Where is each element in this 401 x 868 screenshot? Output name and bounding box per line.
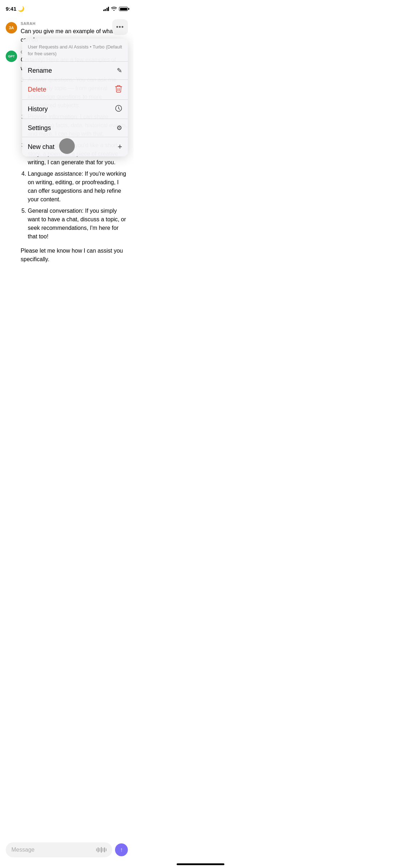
- history-icon: [115, 105, 122, 114]
- avatar-gpt: GPT: [6, 51, 17, 62]
- delete-label: Delete: [28, 86, 46, 93]
- gear-icon: ⚙: [116, 124, 122, 132]
- new-chat-label: New chat: [28, 143, 54, 151]
- status-bar: 9:41 🌙: [0, 0, 134, 16]
- menu-header: User Requests and AI Assists • Turbo (De…: [22, 38, 128, 62]
- battery-icon: [119, 7, 128, 11]
- rename-label: Rename: [28, 67, 52, 74]
- signal-bars-icon: [103, 7, 109, 11]
- list-item-5: General conversation: If you simply want…: [28, 207, 128, 241]
- trash-icon: [115, 85, 122, 94]
- context-menu: User Requests and AI Assists • Turbo (De…: [22, 38, 128, 156]
- plus-icon: +: [118, 142, 122, 151]
- history-label: History: [28, 105, 48, 113]
- settings-label: Settings: [28, 124, 51, 132]
- new-chat-menu-item[interactable]: New chat +: [22, 137, 128, 156]
- gpt-outro: Please let me know how I can assist you …: [21, 247, 128, 264]
- status-icons: [103, 6, 128, 12]
- menu-header-text: User Requests and AI Assists • Turbo (De…: [28, 44, 122, 56]
- settings-menu-item[interactable]: Settings ⚙: [22, 119, 128, 137]
- rename-icon: ✎: [117, 67, 122, 74]
- status-time: 9:41 🌙: [6, 6, 25, 12]
- rename-menu-item[interactable]: Rename ✎: [22, 62, 128, 80]
- drag-handle[interactable]: [59, 138, 75, 154]
- avatar-sarah: 3A: [6, 22, 17, 33]
- list-item-4: Language assistance: If you're working o…: [28, 170, 128, 204]
- more-options-button[interactable]: •••: [112, 19, 128, 35]
- history-menu-item[interactable]: History: [22, 100, 128, 119]
- delete-menu-item[interactable]: Delete: [22, 80, 128, 100]
- more-dots-icon: •••: [116, 24, 124, 31]
- wifi-icon: [111, 6, 117, 12]
- sender-label-sarah: SARAH: [21, 21, 128, 26]
